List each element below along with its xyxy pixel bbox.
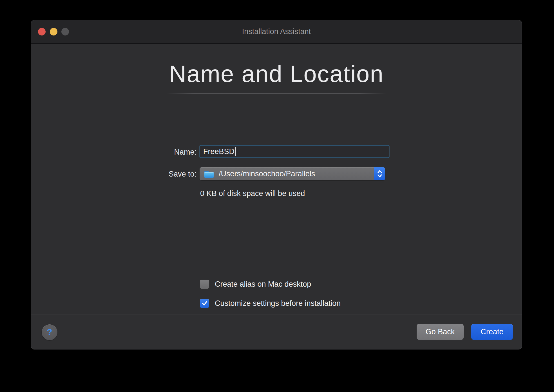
save-to-value: /Users/minsoochoo/Parallels <box>219 170 315 178</box>
name-label: Name: <box>137 148 196 157</box>
create-alias-label: Create alias on Mac desktop <box>215 280 311 289</box>
titlebar: Installation Assistant <box>31 20 522 44</box>
question-mark-icon: ? <box>47 327 52 337</box>
stepper-up-down-icon[interactable] <box>374 167 385 180</box>
window-title: Installation Assistant <box>31 20 522 43</box>
customize-settings-checkbox[interactable] <box>200 299 209 308</box>
create-button[interactable]: Create <box>471 324 513 340</box>
go-back-button[interactable]: Go Back <box>417 324 464 340</box>
name-input-value: FreeBSD <box>203 147 234 156</box>
help-button[interactable]: ? <box>42 324 57 340</box>
page-title: Name and Location <box>31 60 522 88</box>
create-alias-row: Create alias on Mac desktop <box>200 279 311 289</box>
customize-settings-row: Customize settings before installation <box>200 299 341 308</box>
heading-divider <box>167 93 386 93</box>
create-label: Create <box>481 328 503 336</box>
customize-settings-label: Customize settings before installation <box>215 299 341 308</box>
installation-assistant-window: Installation Assistant Name and Location… <box>31 20 522 349</box>
text-cursor <box>235 147 236 156</box>
disk-space-note: 0 KB of disk space will be used <box>200 189 305 198</box>
save-to-dropdown[interactable]: /Users/minsoochoo/Parallels <box>200 167 385 180</box>
folder-icon <box>204 170 214 178</box>
create-alias-checkbox[interactable] <box>200 280 209 289</box>
name-input[interactable]: FreeBSD <box>200 145 389 158</box>
go-back-label: Go Back <box>426 328 455 336</box>
footer-bar: ? Go Back Create <box>31 315 522 349</box>
save-to-label: Save to: <box>137 170 196 179</box>
checkmark-icon <box>202 300 208 306</box>
